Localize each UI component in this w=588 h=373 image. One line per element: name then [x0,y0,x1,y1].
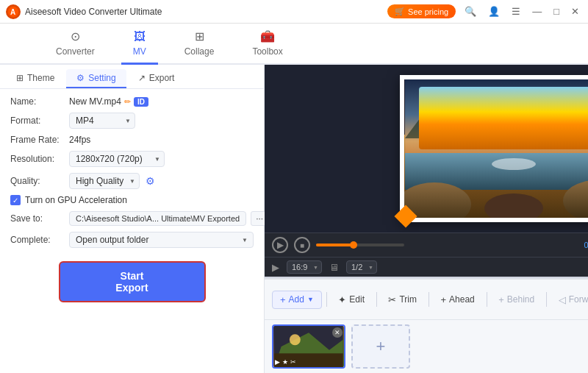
complete-select-wrapper: Open output folder [69,232,254,248]
add-clip-button[interactable]: + [351,324,410,369]
sub-tab-export[interactable]: ↗ Export [128,69,185,88]
add-button[interactable]: + Add ▼ [272,291,322,309]
svg-point-3 [499,120,528,142]
name-value-group: New MV.mp4 ✏ ID [69,96,148,107]
aspect-ratio-select[interactable]: 16:9 [287,260,322,274]
name-value: New MV.mp4 [69,96,121,107]
edit-icon: ✦ [338,294,346,305]
name-label: Name: [10,96,63,107]
quality-settings-icon[interactable]: ⚙ [146,175,155,187]
sub-tab-setting[interactable]: ⚙ Setting [66,69,126,88]
bottom-section: + Add ▼ ✦ Edit ✂ Trim + Ahead [265,277,588,373]
add-dropdown-icon: ▼ [307,296,314,303]
tab-mv[interactable]: 🖼 MV [121,26,158,65]
right-panel: ▶ ■ 00:00:01.11/00:00:07.22 🔊 Start Expo… [265,65,588,373]
start-export-button[interactable]: Start Export [59,261,206,302]
svg-point-8 [484,193,543,218]
progress-fill [316,244,351,246]
resolution-preview-select[interactable]: 1/2 [346,260,377,274]
format-select[interactable]: MP4 [69,113,135,129]
complete-select[interactable]: Open output folder [69,232,254,248]
see-pricing-button[interactable]: 🛒 See pricing [387,4,456,18]
play-button[interactable]: ▶ [272,237,288,253]
id-badge: ID [134,97,148,107]
forward-icon: ◁ [559,294,566,305]
gpu-row: ✓ Turn on GPU Acceleration [10,195,254,205]
format-select-wrapper: MP4 [69,113,135,129]
app-title: Aiseesoft Video Converter Ultimate [25,7,387,17]
framerate-label: Frame Rate: [10,135,63,145]
clip-star-icon: ★ [282,358,288,366]
quality-label: Quality: [10,176,63,186]
framerate-row: Frame Rate: 24fps [10,135,254,145]
add-icon: + [280,294,286,305]
quality-row: Quality: High Quality ⚙ [10,173,254,189]
tab-collage[interactable]: ⊞ Collage [173,25,226,65]
maximize-icon[interactable]: □ [551,4,562,18]
saveto-label: Save to: [10,213,63,224]
close-icon[interactable]: ✕ [568,4,582,18]
clip-close-button[interactable]: ✕ [332,327,343,338]
search-icon[interactable]: 🔍 [462,4,479,18]
trim-icon: ✂ [388,294,396,305]
clip-item[interactable]: ✕ ▶ ★ ✂ [272,324,345,369]
edit-button[interactable]: ✦ Edit [331,291,372,308]
playback-bar: ▶ ■ 00:00:01.11/00:00:07.22 🔊 Start Expo… [265,232,588,257]
setting-icon: ⚙ [76,73,85,83]
framerate-value: 24fps [69,135,90,145]
timeline-area: ✕ ▶ ★ ✂ + [265,319,588,373]
tab-converter[interactable]: ⊙ Converter [44,25,107,65]
complete-row: Complete: Open output folder [10,232,254,248]
sub-tab-theme[interactable]: ⊞ Theme [6,69,65,88]
app-logo: A [6,4,21,19]
edit-name-icon[interactable]: ✏ [124,97,131,107]
save-path-display: C:\Aiseesoft Studio\A... Ultimate\MV Exp… [69,211,246,226]
forward-button[interactable]: ◁ Forward [551,291,588,308]
minimize-icon[interactable]: — [529,4,545,18]
gpu-label: Turn on GPU Acceleration [25,195,127,205]
tab-toolbox[interactable]: 🧰 Toolbox [240,25,294,65]
converter-icon: ⊙ [71,29,80,43]
quality-select-wrapper: High Quality [69,173,140,189]
left-panel: ⊞ Theme ⚙ Setting ↗ Export Name: New MV.… [0,65,265,373]
svg-point-4 [484,113,543,149]
ahead-button[interactable]: + Ahead [433,291,481,308]
progress-thumb [350,241,357,249]
format-row: Format: MP4 [10,113,254,129]
svg-point-15 [290,334,301,345]
preview-frame [400,75,588,222]
toolbox-icon: 🧰 [260,29,275,43]
format-label: Format: [10,116,63,126]
trim-button[interactable]: ✂ Trim [381,291,424,308]
gpu-checkbox[interactable]: ✓ [10,195,21,205]
theme-icon: ⊞ [16,73,24,83]
monitor-icon: ▶ [272,262,279,273]
nav-tabs: ⊙ Converter 🖼 MV ⊞ Collage 🧰 Toolbox [0,24,588,65]
title-bar-actions: 🛒 See pricing 🔍 👤 ☰ — □ ✕ [387,4,582,18]
resolution-select-wrapper: 1280x720 (720p) [69,151,165,167]
preview-image [404,79,588,218]
sub-tabs: ⊞ Theme ⚙ Setting ↗ Export [0,65,264,89]
ar-bar: ▶ 16:9 🖥 1/2 [265,257,588,277]
export-btn-area: Start Export [0,255,264,308]
bottom-toolbar: + Add ▼ ✦ Edit ✂ Trim + Ahead [265,278,588,319]
user-icon[interactable]: 👤 [485,4,503,18]
menu-icon[interactable]: ☰ [509,4,523,18]
display-icon: 🖥 [329,262,339,273]
behind-icon: + [498,294,504,305]
export-icon: ↗ [138,73,146,83]
res-select-wrap: 1/2 [346,260,377,274]
svg-marker-11 [530,102,588,142]
complete-label: Complete: [10,235,63,245]
quality-select[interactable]: High Quality [69,173,140,189]
clip-cut-icon: ✂ [290,358,296,366]
preview-area [265,65,588,232]
behind-button[interactable]: + Behind [491,291,542,308]
saveto-row: Save to: C:\Aiseesoft Studio\A... Ultima… [10,211,254,226]
resolution-select[interactable]: 1280x720 (720p) [69,151,165,167]
stop-button[interactable]: ■ [294,237,310,253]
preview-svg [404,79,588,218]
mv-icon: 🖼 [134,30,146,43]
ar-select-wrap: 16:9 [287,260,322,274]
progress-bar[interactable] [316,244,404,246]
